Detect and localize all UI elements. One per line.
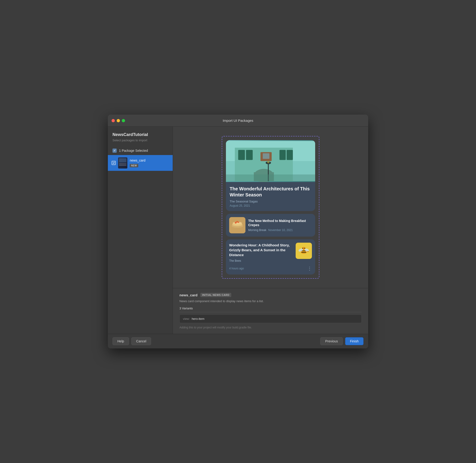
package-badge: NEW xyxy=(130,164,138,167)
cancel-button[interactable]: Cancel xyxy=(131,337,151,345)
svg-point-13 xyxy=(267,161,270,163)
package-thumbnail xyxy=(118,157,127,169)
info-variant-row: view: hero-item xyxy=(179,314,362,323)
variant-value: hero-item xyxy=(192,317,204,321)
svg-rect-25 xyxy=(301,252,306,253)
window-controls xyxy=(112,119,125,122)
horizontal-card-date: November 10, 2021 xyxy=(268,229,293,232)
info-note: Adding this to your project will modify … xyxy=(179,326,362,329)
wide-card: Wondering Hour: A Childhood Story, Grizz… xyxy=(226,239,315,275)
package-selected-header: 1 Package Selected xyxy=(108,144,173,155)
project-name: NewsCardTutorial xyxy=(113,132,168,137)
minimize-button[interactable] xyxy=(117,119,120,122)
svg-rect-14 xyxy=(226,175,315,181)
svg-point-30 xyxy=(304,248,305,249)
svg-point-20 xyxy=(238,222,239,223)
svg-rect-4 xyxy=(246,150,253,160)
package-info: news_card NEW xyxy=(130,159,169,167)
maximize-button[interactable] xyxy=(122,119,125,122)
wide-card-inner: Wondering Hour: A Childhood Story, Grizz… xyxy=(229,243,312,263)
horizontal-card-content: The New Method to Making Breakfast Crepe… xyxy=(248,219,312,232)
hero-content: The Wonderful Architectures of This Wint… xyxy=(226,182,315,211)
info-package-name: news_card xyxy=(179,293,198,297)
previous-button[interactable]: Previous xyxy=(320,337,343,345)
wide-card-content: Wondering Hour: A Childhood Story, Grizz… xyxy=(229,243,293,263)
help-button[interactable]: Help xyxy=(113,337,129,345)
main-content: The Wonderful Architectures of This Wint… xyxy=(173,127,368,334)
package-checkbox[interactable] xyxy=(112,161,116,165)
hero-date: August 25, 2021 xyxy=(230,204,311,207)
svg-rect-8 xyxy=(287,150,293,160)
window-body: NewsCardTutorial Select packages to impo… xyxy=(108,127,368,334)
finish-button[interactable]: Finish xyxy=(345,337,363,345)
window-title: Import UI Packages xyxy=(223,118,253,123)
wide-card-footer: 4 hours ago ⋮ xyxy=(229,266,312,271)
info-variants-label: 3 Variants xyxy=(179,307,362,312)
horizontal-card: The New Method to Making Breakfast Crepe… xyxy=(226,214,315,237)
footer: Help Cancel Previous Finish xyxy=(108,334,368,348)
hero-title: The Wonderful Architectures of This Wint… xyxy=(230,186,311,198)
more-options-icon[interactable]: ⋮ xyxy=(307,266,312,271)
main-window: Import UI Packages NewsCardTutorial Sele… xyxy=(108,115,368,348)
info-header: news_card INITIAL NEWS CARD xyxy=(179,293,362,297)
svg-point-21 xyxy=(236,221,238,223)
variant-key: view: xyxy=(183,317,190,321)
footer-left: Help Cancel xyxy=(113,337,151,345)
info-description: News card component intended to display … xyxy=(179,299,362,303)
wide-card-title: Wondering Hour: A Childhood Story, Grizz… xyxy=(229,243,293,257)
select-all-checkbox[interactable] xyxy=(113,149,117,153)
footer-right: Previous Finish xyxy=(320,337,363,345)
horizontal-card-meta: Morning Break November 10, 2021 xyxy=(248,229,312,232)
package-selected-label: 1 Package Selected xyxy=(119,149,148,152)
hero-card: The Wonderful Architectures of This Wint… xyxy=(226,140,315,211)
horizontal-card-source: Morning Break xyxy=(248,229,266,232)
titlebar: Import UI Packages xyxy=(108,115,368,127)
hero-image xyxy=(226,140,315,182)
package-item-news-card[interactable]: news_card NEW xyxy=(108,155,173,171)
svg-rect-6 xyxy=(263,153,269,159)
info-section: news_card INITIAL NEWS CARD News card co… xyxy=(173,288,368,334)
info-tag: INITIAL NEWS CARD xyxy=(200,293,231,297)
package-name: news_card xyxy=(130,159,169,162)
horizontal-card-title: The New Method to Making Breakfast Crepe… xyxy=(248,219,312,227)
sidebar-header: NewsCardTutorial Select packages to impo… xyxy=(108,127,173,144)
sidebar: NewsCardTutorial Select packages to impo… xyxy=(108,127,173,334)
preview-border: The Wonderful Architectures of This Wint… xyxy=(222,136,319,279)
hero-source: The Seasonal Sagas xyxy=(230,200,311,203)
svg-point-29 xyxy=(302,248,303,249)
svg-rect-3 xyxy=(238,150,245,160)
wide-card-time: 4 hours ago xyxy=(229,267,244,270)
svg-rect-7 xyxy=(279,150,286,160)
wide-card-source: The Bees xyxy=(229,259,293,262)
preview-area: The Wonderful Architectures of This Wint… xyxy=(173,127,368,288)
horizontal-card-image xyxy=(229,217,246,233)
sidebar-subtitle: Select packages to import xyxy=(113,139,168,142)
wide-card-image xyxy=(296,243,312,259)
close-button[interactable] xyxy=(112,119,115,122)
